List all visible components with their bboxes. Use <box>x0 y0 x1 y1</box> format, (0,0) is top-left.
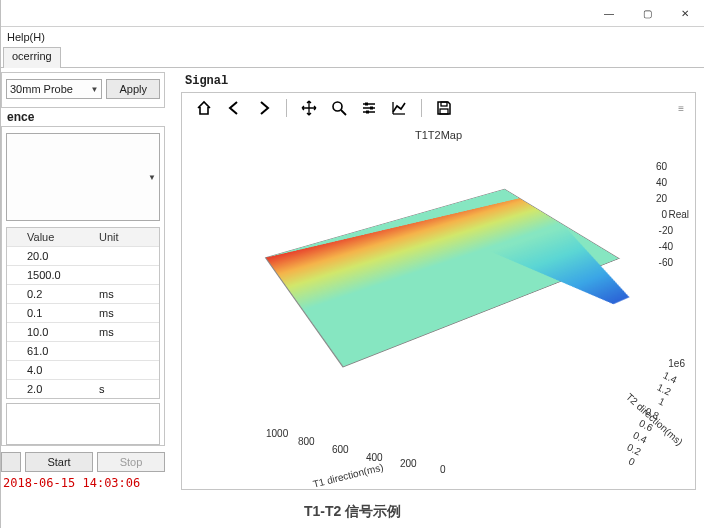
apply-button[interactable]: Apply <box>106 79 160 99</box>
x-tick: 1000 <box>266 428 288 439</box>
left-panel: 30mm Probe ▼ Apply ence ▼ Value Unit <box>1 68 169 494</box>
chevron-down-icon: ▼ <box>148 173 156 182</box>
toolbar-separator <box>421 99 422 117</box>
probe-select-value: 30mm Probe <box>10 83 73 95</box>
menu-help[interactable]: Help(H) <box>7 31 45 43</box>
zoom-icon[interactable] <box>329 98 349 118</box>
table-row[interactable]: 1500.0 <box>7 266 159 285</box>
chevron-down-icon: ▼ <box>91 85 99 94</box>
table-row[interactable]: 4.0 <box>7 361 159 380</box>
chart-title: T1T2Map <box>415 129 462 141</box>
table-row[interactable]: 0.2ms <box>7 285 159 304</box>
z-label: Real <box>668 209 689 220</box>
save-icon[interactable] <box>434 98 454 118</box>
sequence-label: ence <box>1 108 165 126</box>
sequence-select[interactable]: ▼ <box>6 133 160 221</box>
app-body: 30mm Probe ▼ Apply ence ▼ Value Unit <box>1 68 704 494</box>
forward-icon[interactable] <box>254 98 274 118</box>
z-tick: 60 <box>656 161 667 172</box>
titlebar: — ▢ ✕ <box>1 0 704 27</box>
svg-rect-6 <box>370 107 373 110</box>
svg-line-1 <box>341 110 346 115</box>
svg-rect-5 <box>365 103 368 106</box>
back-icon[interactable] <box>224 98 244 118</box>
start-button[interactable]: Start <box>25 452 93 472</box>
x-tick: 200 <box>400 458 417 469</box>
y-scale: 1e6 <box>668 358 685 369</box>
svg-rect-7 <box>366 111 369 114</box>
timestamp: 2018-06-15 14:03:06 <box>1 472 165 494</box>
col-value: Value <box>7 231 99 243</box>
x-tick: 600 <box>332 444 349 455</box>
prev-button[interactable] <box>1 452 21 472</box>
home-icon[interactable] <box>194 98 214 118</box>
axes-icon[interactable] <box>389 98 409 118</box>
log-box[interactable] <box>6 403 160 445</box>
col-unit: Unit <box>99 231 159 243</box>
probe-panel: 30mm Probe ▼ Apply <box>1 72 165 108</box>
x-label: T1 direction(ms) <box>312 461 385 489</box>
menu-icon[interactable]: ≡ <box>678 103 683 114</box>
maximize-button[interactable]: ▢ <box>628 0 666 26</box>
tabstrip: ocerring <box>1 47 704 68</box>
z-tick: 20 <box>656 193 667 204</box>
table-header: Value Unit <box>7 228 159 247</box>
minimize-button[interactable]: — <box>590 0 628 26</box>
table-row[interactable]: 20.0 <box>7 247 159 266</box>
run-buttons: Start Stop <box>1 452 165 472</box>
sequence-panel: ▼ Value Unit 20.0 1500.0 0.2ms 0.1ms 10.… <box>1 126 165 446</box>
probe-select[interactable]: 30mm Probe ▼ <box>6 79 102 99</box>
z-tick: -20 <box>659 225 673 236</box>
table-row[interactable]: 2.0s <box>7 380 159 398</box>
y-tick: 1 <box>657 395 667 407</box>
plot-toolbar: ≡ <box>182 93 695 123</box>
table-row[interactable]: 61.0 <box>7 342 159 361</box>
z-tick: 0 <box>661 209 667 220</box>
svg-rect-10 <box>441 102 447 106</box>
toolbar-separator <box>286 99 287 117</box>
plot-area[interactable]: T1T2Map 60 40 20 0 -20 -40 <box>182 123 695 489</box>
config-icon[interactable] <box>359 98 379 118</box>
tab-processing[interactable]: ocerring <box>3 47 61 68</box>
z-tick: -60 <box>659 257 673 268</box>
right-panel: Signal ≡ T1T2Map <box>169 68 704 494</box>
signal-panel: ≡ T1T2Map 60 40 20 0 <box>181 92 696 490</box>
params-table: Value Unit 20.0 1500.0 0.2ms 0.1ms 10.0m… <box>6 227 160 399</box>
menubar: Help(H) <box>1 27 704 47</box>
stop-button[interactable]: Stop <box>97 452 165 472</box>
svg-point-0 <box>333 102 342 111</box>
close-button[interactable]: ✕ <box>666 0 704 26</box>
pan-icon[interactable] <box>299 98 319 118</box>
table-row[interactable]: 0.1ms <box>7 304 159 323</box>
x-tick: 0 <box>440 464 446 475</box>
surface-3d <box>292 163 592 353</box>
app-window: — ▢ ✕ Help(H) ocerring 30mm Probe ▼ Appl… <box>0 0 704 528</box>
signal-label: Signal <box>181 72 696 92</box>
page-caption: T1-T2 信号示例 <box>1 494 704 528</box>
table-row[interactable]: 10.0ms <box>7 323 159 342</box>
y-tick: 0 <box>627 455 637 467</box>
z-tick: -40 <box>659 241 673 252</box>
x-tick: 800 <box>298 436 315 447</box>
z-tick: 40 <box>656 177 667 188</box>
